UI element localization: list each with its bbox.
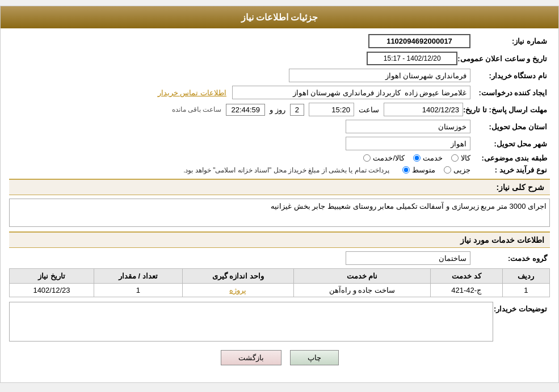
category-goods-label: کالا [461,154,470,162]
remaining-days-label: روز و [270,106,285,114]
need-number-row: شماره نیاز: 1102094692000017 [9,34,550,48]
back-button[interactable]: بازگشت [221,350,281,365]
creator-row: ایجاد کننده درخواست: اطلاعات تماس خریدار [9,86,550,99]
description-textarea[interactable]: اجرای 3000 متر مربع زیرسازی و آسفالت تکم… [9,199,550,227]
purchase-type-minor-radio[interactable] [444,166,451,174]
category-service-label: خدمت [423,154,443,162]
col-quantity: تعداد / مقدار [94,269,182,284]
buyer-org-input[interactable] [289,69,470,82]
purchase-type-radio-group: جزیی متوسط پرداخت تمام یا بخشی از مبلغ خ… [183,166,470,174]
description-row: اجرای 3000 متر مربع زیرسازی و آسفالت تکم… [9,199,550,227]
announce-row: تاریخ و ساعت اعلان عمومی: 1402/12/20 - 1… [9,52,550,65]
contact-link[interactable]: اطلاعات تماس خریدار [158,88,226,97]
remaining-time: 22:44:59 [226,104,265,116]
col-service-code: کد خدمت [430,269,502,284]
main-content: شماره نیاز: 1102094692000017 تاریخ و ساع… [1,28,558,382]
province-row: استان محل تحویل: [9,120,550,133]
buyer-notes-textarea[interactable] [9,302,493,342]
category-label: طبقه بندی موضوعی: [470,154,550,162]
page-header: جزئیات اطلاعات نیاز [1,6,558,28]
category-radio-group: کالا خدمت کالا/خدمت [363,154,470,162]
deadline-date-input[interactable] [384,103,463,116]
city-label: شهر محل تحویل: [470,140,550,148]
purchase-type-medium: متوسط [402,166,435,174]
category-both-label: کالا/خدمت [373,154,405,162]
service-group-label: گروه خدمت: [470,254,550,263]
buyer-org-label: نام دستگاه خریدار: [470,71,550,80]
purchase-type-label: نوع فرآیند خرید : [470,166,550,174]
remaining-suffix: ساعت باقی مانده [172,106,222,113]
col-service-name: نام خدمت [293,269,430,284]
category-goods-radio[interactable] [451,154,459,162]
col-unit: واحد اندازه گیری [182,269,293,284]
province-input[interactable] [346,120,470,133]
purchase-type-row: نوع فرآیند خرید : جزیی متوسط پرداخت تمام… [9,166,550,174]
services-table: ردیف کد خدمت نام خدمت واحد اندازه گیری ت… [9,268,550,297]
cell-row-num: 1 [502,284,549,297]
category-option-goods: کالا [451,154,470,162]
buyer-notes-row: توضیحات خریدار: [9,302,550,342]
services-table-body: 1 ج-42-421 ساخت جاده و راه‌آهن پروژه 1 1… [10,284,550,297]
city-row: شهر محل تحویل: [9,137,550,150]
cell-unit[interactable]: پروژه [182,284,293,297]
services-table-header-row: ردیف کد خدمت نام خدمت واحد اندازه گیری ت… [10,269,550,284]
footer-buttons: چاپ بازگشت [9,342,550,377]
category-option-both: کالا/خدمت [363,154,405,162]
cell-need-date: 1402/12/23 [10,284,94,297]
services-section-title: اطلاعات خدمات مورد نیاز [9,231,550,248]
purchase-type-minor-label: جزیی [453,166,470,174]
deadline-time-label: ساعت [359,106,379,114]
deadline-label: مهلت ارسال پاسخ: تا تاریخ: [463,106,550,114]
category-both-radio[interactable] [363,154,371,162]
cell-service-name: ساخت جاده و راه‌آهن [293,284,430,297]
service-group-input[interactable] [346,251,470,265]
page-wrapper: جزئیات اطلاعات نیاز شماره نیاز: 11020946… [0,6,559,383]
cell-quantity: 1 [94,284,182,297]
print-button[interactable]: چاپ [290,350,339,365]
announce-value: 1402/12/20 - 15:17 [367,52,457,65]
need-number-value: 1102094692000017 [368,34,470,48]
service-group-row: گروه خدمت: [9,251,550,265]
province-label: استان محل تحویل: [470,123,550,131]
cell-service-code: ج-42-421 [430,284,502,297]
purchase-type-note: پرداخت تمام یا بخشی از مبلغ خریداز محل "… [183,166,389,174]
description-section-title: شرح کلی نیاز: [9,179,550,195]
category-row: طبقه بندی موضوعی: کالا خدمت کالا/خدمت [9,154,550,162]
need-number-label: شماره نیاز: [470,37,550,45]
deadline-row: مهلت ارسال پاسخ: تا تاریخ: ساعت 2 روز و … [9,103,550,116]
purchase-type-medium-label: متوسط [412,166,435,174]
city-input[interactable] [346,137,470,150]
col-need-date: تاریخ نیاز [10,269,94,284]
deadline-inline: ساعت 2 روز و 22:44:59 ساعت باقی مانده [172,103,463,116]
category-service-radio[interactable] [413,154,421,162]
deadline-time-input[interactable] [309,103,354,116]
buyer-notes-label: توضیحات خریدار: [493,302,550,313]
table-row: 1 ج-42-421 ساخت جاده و راه‌آهن پروژه 1 1… [10,284,550,297]
creator-label: ایجاد کننده درخواست: [470,88,550,97]
buyer-org-row: نام دستگاه خریدار: [9,69,550,82]
header-title: جزئیات اطلاعات نیاز [241,12,318,22]
category-option-service: خدمت [413,154,443,162]
announce-label: تاریخ و ساعت اعلان عمومی: [457,54,550,63]
col-row-num: ردیف [502,269,549,284]
creator-input[interactable] [232,86,470,99]
services-table-head: ردیف کد خدمت نام خدمت واحد اندازه گیری ت… [10,269,550,284]
remaining-days: 2 [290,104,304,116]
purchase-type-medium-radio[interactable] [402,166,410,174]
purchase-type-minor: جزیی [444,166,470,174]
